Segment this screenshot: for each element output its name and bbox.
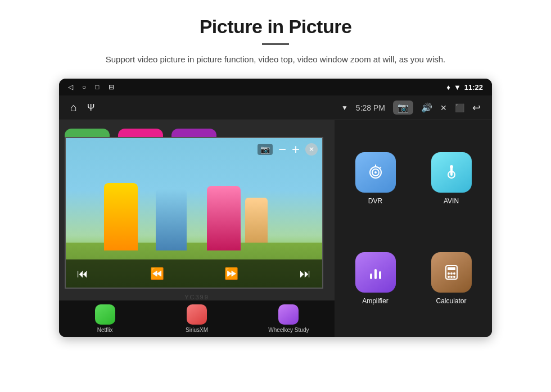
wheelkey-icon [278, 304, 299, 325]
svg-line-4 [380, 167, 381, 168]
menu-icon[interactable]: ⊟ [109, 83, 114, 91]
status-bar-left: ◁ ○ □ ⊟ [68, 83, 114, 91]
nav-time: 5:28 PM [356, 103, 385, 112]
app-item-avin[interactable]: AVIN [416, 131, 486, 226]
svg-point-2 [374, 171, 377, 174]
svg-point-15 [450, 272, 453, 275]
back-icon[interactable]: ◁ [68, 83, 73, 91]
pip-camera-icon: 📷 [258, 144, 273, 155]
nav-bar-left: ⌂ Ψ [70, 101, 94, 114]
location-icon: ♦ [446, 83, 450, 92]
app-item-dvr[interactable]: DVR [340, 131, 410, 226]
status-bar: ◁ ○ □ ⊟ ♦ ▼ 11:22 [59, 79, 492, 95]
watermark: YC399 [184, 294, 209, 300]
pip-plus-btn[interactable]: + [292, 142, 300, 157]
title-divider [262, 43, 289, 45]
app-item-calculator[interactable]: Calculator [416, 231, 486, 326]
device-frame: ◁ ○ □ ⊟ ♦ ▼ 11:22 ⌂ Ψ ▼ 5:28 PM 📷 🔊 [59, 79, 492, 337]
app-item-netflix[interactable]: Netflix [59, 304, 151, 333]
camera-icon[interactable]: 📷 [393, 101, 413, 115]
avin-icon [431, 152, 472, 193]
siriusxm-label: SiriusXM [186, 327, 208, 333]
pip-person2 [156, 189, 187, 250]
wifi-nav-icon: ▼ [341, 104, 348, 112]
wifi-icon: ▼ [454, 83, 461, 92]
svg-point-16 [453, 272, 455, 275]
amplifier-label: Amplifier [362, 297, 389, 305]
svg-rect-10 [374, 269, 377, 279]
app-item-siriusxm[interactable]: SiriusXM [151, 304, 242, 333]
svg-rect-9 [370, 274, 372, 279]
nav-bar-right: ▼ 5:28 PM 📷 🔊 ✕ ⬛ ↩ [341, 101, 481, 115]
main-content: 📷 − + ✕ ⏮ ⏪ ⏩ ⏭ [59, 120, 492, 337]
svg-point-8 [450, 165, 453, 168]
dvr-icon [355, 152, 396, 193]
pip-person1 [104, 183, 138, 250]
pip-skip-fwd-btn[interactable]: ⏭ [296, 265, 314, 282]
home-icon[interactable]: ○ [82, 83, 86, 91]
pip-nav-icon[interactable]: ⬛ [455, 103, 464, 112]
svg-point-17 [448, 276, 450, 278]
svg-rect-13 [448, 267, 455, 270]
pip-video: 📷 − + ✕ ⏮ ⏪ ⏩ ⏭ [66, 138, 322, 288]
pip-person4 [245, 198, 268, 243]
status-time: 11:22 [464, 83, 483, 92]
pip-close-icon: ✕ [309, 145, 314, 153]
svg-rect-11 [379, 271, 381, 279]
recents-icon[interactable]: □ [95, 83, 99, 91]
house-icon[interactable]: ⌂ [70, 101, 77, 114]
page-subtitle: Support video picture in picture functio… [106, 53, 445, 66]
svg-point-18 [450, 276, 453, 278]
pip-close-btn[interactable]: ✕ [305, 143, 318, 156]
pip-window[interactable]: 📷 − + ✕ ⏮ ⏪ ⏩ ⏭ [65, 137, 323, 289]
netflix-icon [95, 304, 115, 325]
pip-top-controls: 📷 − + ✕ [258, 142, 318, 157]
calculator-icon [431, 252, 472, 293]
app-item-wheelkey[interactable]: Wheelkey Study [243, 304, 335, 333]
dvr-label: DVR [368, 197, 382, 205]
pip-rewind-btn[interactable]: ⏪ [148, 265, 166, 282]
svg-point-14 [448, 272, 450, 275]
pip-forward-btn[interactable]: ⏩ [222, 265, 240, 282]
svg-point-19 [453, 276, 455, 278]
status-bar-right: ♦ ▼ 11:22 [446, 83, 483, 92]
left-panel: 📷 − + ✕ ⏮ ⏪ ⏩ ⏭ [59, 120, 335, 337]
page-title: Picture in Picture [200, 16, 352, 38]
page-wrapper: Picture in Picture Support video picture… [0, 0, 551, 392]
volume-icon[interactable]: 🔊 [421, 102, 432, 113]
amplifier-icon [355, 252, 396, 293]
app-item-amplifier[interactable]: Amplifier [340, 231, 410, 326]
pip-controls: ⏮ ⏪ ⏩ ⏭ [66, 259, 322, 288]
pip-minus-btn[interactable]: − [278, 142, 286, 157]
pip-skip-back-btn[interactable]: ⏮ [74, 265, 92, 282]
netflix-label: Netflix [97, 327, 113, 333]
close-nav-icon[interactable]: ✕ [440, 103, 447, 112]
app-grid: DVR AVIN [335, 120, 492, 337]
nav-bar: ⌂ Ψ ▼ 5:28 PM 📷 🔊 ✕ ⬛ ↩ [59, 95, 492, 120]
pip-person3 [207, 186, 241, 250]
wheelkey-label: Wheelkey Study [268, 327, 309, 333]
siriusxm-icon [187, 304, 207, 325]
avin-label: AVIN [444, 197, 459, 205]
bottom-apps-strip: Netflix SiriusXM Wheelkey Study [59, 300, 335, 337]
usb-icon: Ψ [87, 103, 94, 113]
calculator-label: Calculator [436, 297, 466, 305]
undo-icon[interactable]: ↩ [472, 102, 481, 114]
